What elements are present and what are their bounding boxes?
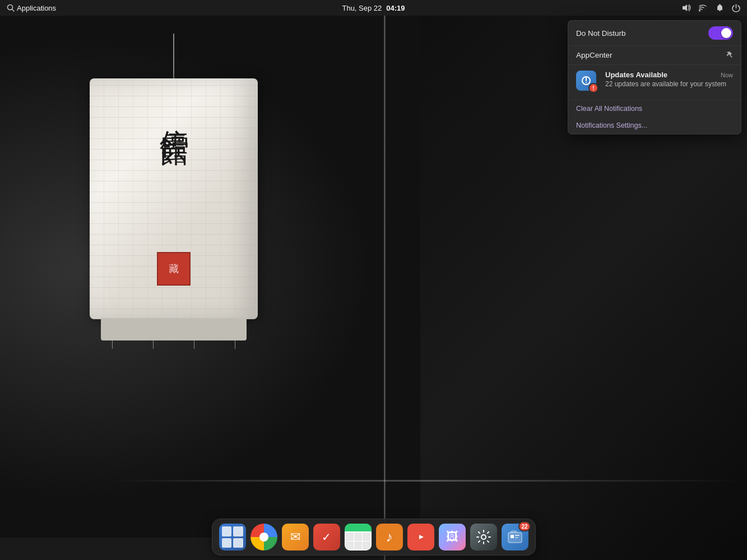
do-not-disturb-toggle[interactable] — [708, 26, 733, 40]
youtube-icon — [407, 524, 434, 550]
notification-content: Updates Available Now 22 updates are ava… — [605, 71, 733, 88]
svg-point-11 — [481, 535, 486, 539]
notification-badge: ! — [588, 83, 598, 93]
lantern-body: 停雲館 藏 — [90, 78, 258, 319]
svg-marker-2 — [683, 4, 687, 11]
notification-title: Updates Available — [605, 71, 667, 79]
svg-line-5 — [730, 55, 732, 57]
browser-icon — [250, 524, 277, 550]
dock-item-settings[interactable] — [469, 522, 498, 552]
topbar-center: Thu, Sep 22 04:19 — [342, 4, 405, 12]
multitasking-icon — [219, 524, 246, 550]
tasks-icon: ✓ — [313, 524, 340, 550]
lantern-text: 停雲館 — [156, 106, 191, 120]
mail-icon: ✉ — [282, 524, 309, 550]
svg-marker-16 — [509, 530, 518, 533]
do-not-disturb-label: Do Not Disturb — [576, 29, 626, 38]
svg-rect-13 — [511, 535, 514, 538]
search-icon[interactable] — [7, 4, 15, 12]
pole-left — [384, 0, 386, 560]
notification-panel: Do Not Disturb AppCenter ! — [568, 20, 741, 134]
svg-rect-15 — [515, 537, 518, 538]
dock-item-mail[interactable]: ✉ — [281, 522, 310, 552]
lantern: 停雲館 藏 — [78, 34, 269, 347]
date-display: Thu, Sep 22 — [342, 4, 382, 12]
notification-item[interactable]: ! Updates Available Now 22 updates are a… — [568, 65, 741, 100]
notification-app-icon: ! — [576, 71, 600, 94]
appcenter-dock-badge: 22 — [518, 521, 530, 531]
calendar-icon — [345, 524, 372, 550]
dock-item-photos[interactable]: 🖼 — [438, 522, 467, 552]
power-icon[interactable] — [732, 4, 740, 12]
settings-icon — [470, 524, 497, 550]
dock: ✉ ✓ ♪ 🖼 — [212, 519, 536, 556]
notification-body: 22 updates are available for your system — [605, 80, 733, 88]
pin-icon[interactable] — [725, 50, 733, 60]
appcenter-section-header: AppCenter — [568, 46, 741, 65]
music-icon: ♪ — [376, 524, 403, 550]
topbar-right — [682, 4, 740, 12]
dock-item-appcenter[interactable]: 22 — [500, 522, 530, 552]
lantern-bottom — [101, 318, 247, 340]
dock-item-music[interactable]: ♪ — [375, 522, 404, 552]
do-not-disturb-row: Do Not Disturb — [568, 21, 741, 46]
topbar-left: Applications — [7, 4, 56, 12]
svg-point-3 — [699, 10, 700, 12]
time-display: 04:19 — [386, 4, 405, 12]
dock-item-youtube[interactable] — [406, 522, 435, 552]
notification-time: Now — [721, 72, 733, 78]
notification-bell-icon[interactable] — [716, 4, 724, 12]
appcenter-section-title: AppCenter — [576, 51, 613, 59]
cast-icon[interactable] — [699, 4, 708, 12]
photos-icon: 🖼 — [439, 524, 466, 550]
lantern-seal: 藏 — [157, 252, 191, 286]
volume-icon[interactable] — [682, 4, 691, 12]
dock-item-tasks[interactable]: ✓ — [312, 522, 341, 552]
dock-item-calendar[interactable] — [344, 522, 373, 552]
svg-line-1 — [12, 10, 15, 12]
clear-all-notifications-button[interactable]: Clear All Notifications — [568, 100, 741, 117]
notifications-settings-button[interactable]: Notifications Settings... — [568, 117, 741, 134]
dock-item-browser[interactable] — [249, 522, 279, 552]
svg-rect-14 — [515, 535, 519, 536]
appcenter-dock-icon: 22 — [502, 524, 528, 550]
svg-point-8 — [586, 82, 587, 83]
horizon-line — [112, 480, 747, 482]
notification-title-row: Updates Available Now — [605, 71, 733, 79]
wallpaper-left: 停雲館 藏 — [0, 0, 420, 538]
dock-item-multitasking[interactable] — [218, 522, 247, 552]
appcenter-icon: ! — [576, 71, 596, 91]
topbar: Applications Thu, Sep 22 04:19 — [0, 0, 747, 16]
lantern-bottom-strings — [112, 340, 235, 349]
applications-label[interactable]: Applications — [17, 4, 56, 12]
